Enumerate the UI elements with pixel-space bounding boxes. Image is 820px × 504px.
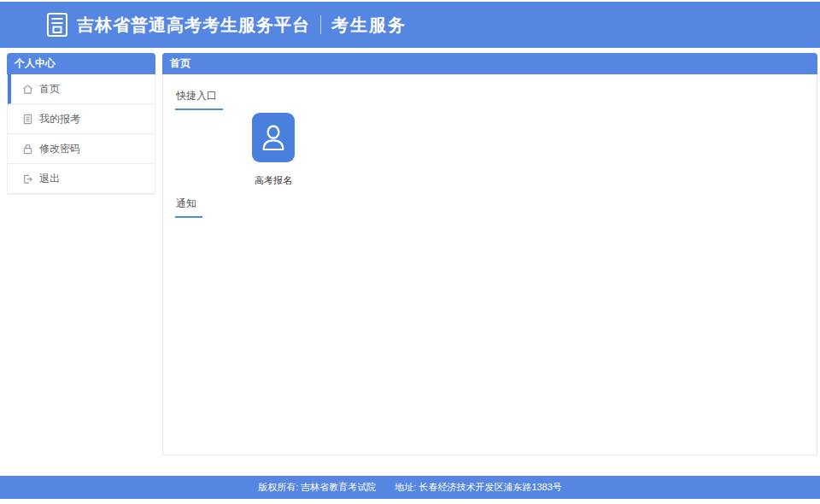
logout-icon [22, 173, 33, 185]
lock-icon [22, 144, 33, 155]
tab-quick-entry[interactable]: 快捷入口 [175, 89, 223, 110]
main-panel-body: 快捷入口 高考报名 通知 [162, 74, 817, 455]
document-icon [22, 114, 33, 125]
home-icon [22, 84, 33, 95]
sidebar-menu: 首页 我的报考 [7, 74, 155, 195]
quick-link-label: 高考报名 [252, 174, 295, 187]
sidebar-item-logout[interactable]: 退出 [8, 164, 155, 194]
quick-link-gaokao-registration[interactable]: 高考报名 [252, 113, 295, 187]
sidebar-item-label: 我的报考 [39, 112, 80, 126]
platform-logo-icon [46, 12, 68, 38]
sidebar: 个人中心 首页 [7, 53, 155, 195]
footer-address: 地址: 长春经济技术开发区浦东路1383号 [395, 481, 562, 494]
main-panel-title: 首页 [162, 53, 817, 74]
sidebar-item-change-password[interactable]: 修改密码 [8, 134, 155, 164]
footer-copyright: 版权所有: 吉林省教育考试院 [258, 481, 376, 494]
app-footer: 版权所有: 吉林省教育考试院 地址: 长春经济技术开发区浦东路1383号 [0, 476, 820, 499]
title-separator [320, 15, 321, 34]
app-title: 吉林省普通高考考生服务平台 [77, 14, 310, 37]
person-icon [252, 113, 295, 162]
app-subtitle: 考生服务 [331, 14, 407, 37]
sidebar-item-home[interactable]: 首页 [8, 74, 155, 104]
sidebar-title: 个人中心 [7, 53, 155, 74]
sidebar-item-label: 修改密码 [39, 142, 80, 156]
main-panel: 首页 快捷入口 高考报名 通知 [162, 53, 817, 455]
sidebar-item-label: 退出 [39, 172, 60, 186]
sidebar-item-my-application[interactable]: 我的报考 [8, 104, 155, 134]
page: 吉林省普通高考考生服务平台 考生服务 个人中心 首页 [0, 0, 820, 504]
sidebar-item-label: 首页 [39, 82, 60, 97]
tab-notice[interactable]: 通知 [175, 196, 202, 218]
app-header: 吉林省普通高考考生服务平台 考生服务 [0, 2, 820, 48]
